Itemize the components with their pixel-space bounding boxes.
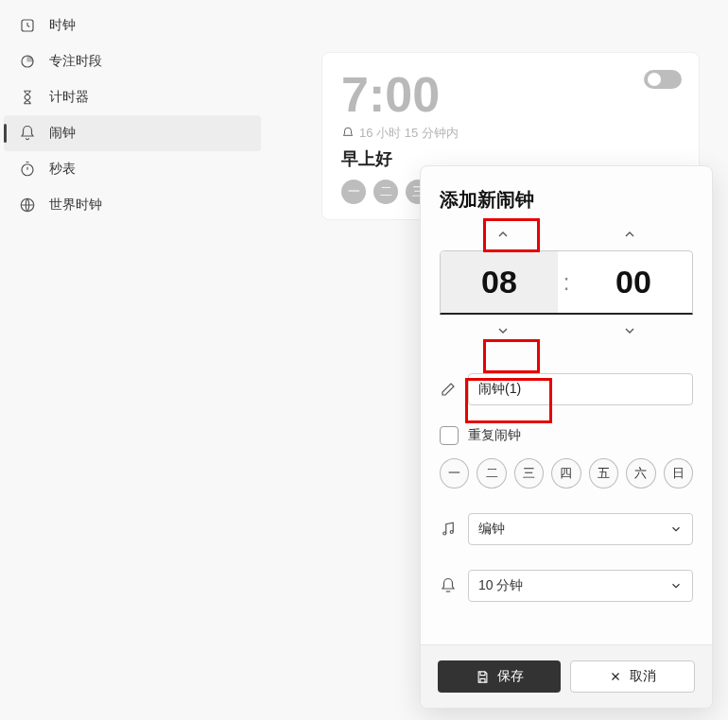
time-separator: : <box>558 269 575 296</box>
weekday-button[interactable]: 六 <box>626 458 655 489</box>
snooze-select[interactable]: 10 分钟 <box>468 570 693 602</box>
sidebar-item-focus[interactable]: 专注时段 <box>0 43 265 79</box>
hour-up-button[interactable] <box>475 220 531 249</box>
sound-select[interactable]: 编钟 <box>468 513 693 545</box>
sidebar-item-label: 秒表 <box>49 161 76 178</box>
weekday-button[interactable]: 四 <box>551 458 581 489</box>
time-input-row: 08 : 00 <box>440 250 693 315</box>
weekday-button[interactable]: 二 <box>477 458 506 489</box>
dialog-title: 添加新闹钟 <box>440 187 693 213</box>
weekday-button[interactable]: 日 <box>664 458 693 489</box>
hour-input[interactable]: 08 <box>441 251 558 313</box>
save-icon <box>476 670 490 684</box>
minute-up-button[interactable] <box>601 220 658 249</box>
repeat-checkbox[interactable] <box>440 426 459 445</box>
cancel-button[interactable]: 取消 <box>570 660 695 693</box>
sidebar-item-label: 世界时钟 <box>49 197 102 214</box>
sidebar-item-clock[interactable]: 时钟 <box>0 8 265 43</box>
save-button[interactable]: 保存 <box>438 660 561 693</box>
globe-icon <box>19 197 36 214</box>
alarm-remaining: 16 小时 15 分钟内 <box>359 125 459 142</box>
snooze-icon <box>440 577 457 594</box>
edit-icon <box>440 381 457 398</box>
weekday-button[interactable]: 三 <box>514 458 544 489</box>
sidebar-item-label: 闹钟 <box>49 125 76 142</box>
chevron-down-icon <box>669 523 683 536</box>
day-chip: 二 <box>373 180 398 204</box>
snooze-value: 10 分钟 <box>478 577 523 594</box>
minute-input[interactable]: 00 <box>575 264 692 300</box>
weekday-button[interactable]: 一 <box>440 458 469 489</box>
dialog-footer: 保存 取消 <box>421 644 712 708</box>
cancel-label: 取消 <box>630 668 656 685</box>
save-label: 保存 <box>497 668 524 685</box>
weekday-button[interactable]: 五 <box>589 458 618 489</box>
close-icon <box>609 670 622 683</box>
sound-value: 编钟 <box>478 521 505 538</box>
sidebar-item-alarm[interactable]: 闹钟 <box>4 115 261 151</box>
bell-outline-icon <box>341 127 355 140</box>
sidebar-item-timer[interactable]: 计时器 <box>0 79 265 115</box>
day-chip: 一 <box>341 180 366 204</box>
alarm-name-input[interactable] <box>468 373 693 405</box>
minute-down-button[interactable] <box>601 317 658 345</box>
svg-point-4 <box>443 532 446 535</box>
sidebar-item-worldclock[interactable]: 世界时钟 <box>0 187 265 223</box>
repeat-label: 重复闹钟 <box>468 427 521 444</box>
clock-icon <box>19 17 36 34</box>
hour-down-button[interactable] <box>475 317 531 345</box>
alarm-toggle[interactable] <box>644 70 682 89</box>
add-alarm-dialog: 添加新闹钟 08 : 00 <box>420 165 713 709</box>
hourglass-icon <box>19 89 36 106</box>
sidebar-item-label: 专注时段 <box>49 53 102 70</box>
sidebar: 时钟 专注时段 计时器 闹钟 秒表 世界时钟 <box>0 0 265 720</box>
time-picker: 08 : 00 <box>440 220 693 345</box>
alarm-time: 7:00 <box>341 70 680 119</box>
sidebar-item-label: 计时器 <box>49 89 89 106</box>
stopwatch-icon <box>19 161 36 178</box>
svg-point-5 <box>450 531 453 534</box>
focus-icon <box>19 53 36 70</box>
sidebar-item-stopwatch[interactable]: 秒表 <box>0 151 265 187</box>
bell-icon <box>19 125 36 142</box>
sidebar-item-label: 时钟 <box>49 17 76 34</box>
chevron-down-icon <box>669 579 683 592</box>
music-icon <box>440 521 457 538</box>
weekday-row: 一 二 三 四 五 六 日 <box>440 458 693 489</box>
